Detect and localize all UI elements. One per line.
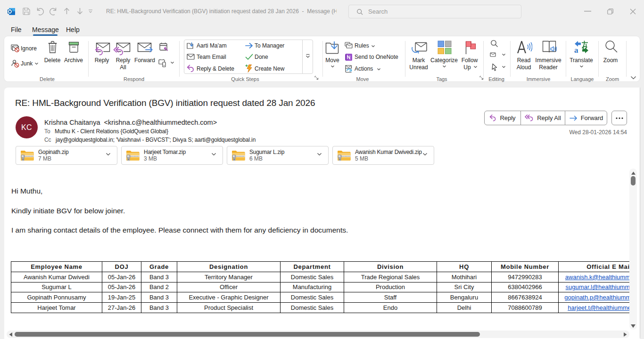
svg-text:a: a bbox=[574, 46, 578, 54]
